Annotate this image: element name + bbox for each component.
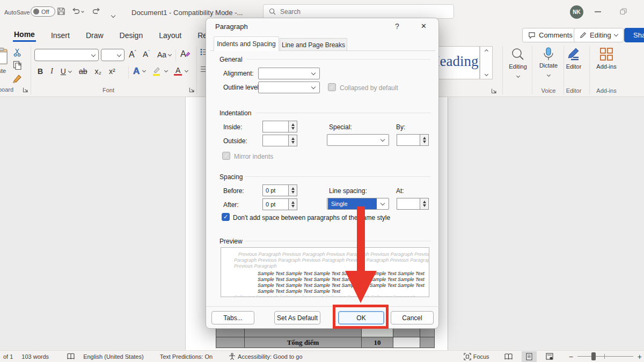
read-mode-button[interactable] bbox=[501, 351, 516, 362]
spin-down-icon bbox=[291, 205, 295, 208]
font-dialog-launcher[interactable] bbox=[189, 87, 195, 93]
outside-spinner[interactable] bbox=[262, 135, 297, 146]
language-status[interactable]: English (United States) bbox=[79, 351, 148, 362]
dont-add-space-checkbox[interactable]: ✓ bbox=[222, 213, 230, 221]
caret-down-icon: ˇ bbox=[148, 49, 150, 55]
zoom-slider[interactable] bbox=[577, 356, 633, 357]
comments-button[interactable]: Comments bbox=[522, 28, 579, 42]
redo-button[interactable] bbox=[92, 7, 101, 16]
tab-insert[interactable]: Insert bbox=[50, 29, 71, 42]
tab-draw[interactable]: Draw bbox=[85, 29, 105, 42]
accessibility-status[interactable]: Accessibility: Good to go bbox=[224, 351, 306, 362]
save-button[interactable] bbox=[57, 7, 65, 16]
group-separator bbox=[532, 46, 532, 94]
dictate-button-label: Dictate bbox=[536, 62, 561, 69]
proofing-status[interactable] bbox=[63, 351, 79, 362]
table-cell[interactable] bbox=[420, 328, 435, 337]
web-layout-button[interactable] bbox=[542, 351, 557, 362]
table-cell[interactable] bbox=[361, 328, 393, 337]
clear-formatting-button[interactable]: A bbox=[180, 49, 191, 59]
zoom-in-button[interactable]: + bbox=[633, 351, 644, 362]
read-mode-icon bbox=[504, 353, 513, 360]
text-predictions-status[interactable]: Text Predictions: On bbox=[156, 351, 217, 362]
tab-design[interactable]: Design bbox=[119, 29, 144, 42]
editor-button[interactable]: Editor bbox=[561, 47, 586, 70]
italic-button[interactable]: I bbox=[50, 67, 53, 76]
editing-mode-button[interactable]: Editing bbox=[574, 28, 624, 42]
table-cell-total-value[interactable]: 10 bbox=[361, 337, 393, 348]
collapsed-by-default-checkbox[interactable]: ✓ bbox=[328, 83, 336, 91]
spin-up-icon bbox=[291, 187, 295, 190]
at-spinner[interactable] bbox=[397, 198, 429, 210]
cut-button[interactable] bbox=[13, 48, 21, 57]
table-cell[interactable] bbox=[216, 337, 245, 348]
subscript-button[interactable]: x₂ bbox=[95, 67, 101, 76]
style-gallery-scrollbar[interactable] bbox=[480, 46, 493, 79]
grow-font-button[interactable]: Aˆ bbox=[129, 49, 136, 60]
chevron-down-icon bbox=[484, 72, 488, 76]
page-indicator[interactable]: of 1 bbox=[0, 351, 17, 362]
change-case-button[interactable]: Aa bbox=[157, 50, 171, 59]
print-layout-button[interactable] bbox=[522, 351, 537, 362]
minimize-button[interactable] bbox=[595, 11, 601, 12]
tab-home[interactable]: Home bbox=[13, 28, 36, 42]
font-color-button[interactable]: A bbox=[174, 67, 182, 76]
before-spinner[interactable]: 0 pt bbox=[262, 184, 297, 196]
dialog-launcher-icon bbox=[23, 87, 28, 93]
styles-dialog-launcher[interactable] bbox=[491, 88, 497, 94]
mirror-indents-checkbox[interactable]: ✓ bbox=[222, 152, 230, 160]
special-dropdown[interactable] bbox=[327, 134, 389, 146]
tab-indents-and-spacing[interactable]: Indents and Spacing bbox=[214, 36, 279, 51]
undo-button[interactable] bbox=[71, 7, 84, 16]
addins-button[interactable]: Add-ins bbox=[592, 47, 620, 70]
dialog-close-button[interactable]: ✕ bbox=[421, 22, 427, 30]
tabs-button[interactable]: Tabs... bbox=[211, 311, 254, 324]
spacing-section-label: Spacing bbox=[219, 173, 243, 181]
table-cell[interactable] bbox=[244, 328, 362, 337]
set-as-default-button[interactable]: Set As Default bbox=[274, 311, 320, 324]
table-cell[interactable] bbox=[393, 328, 420, 337]
shrink-font-button[interactable]: Aˇ bbox=[143, 49, 150, 58]
paste-label: Paste bbox=[0, 68, 9, 74]
restore-window-button[interactable] bbox=[620, 8, 627, 15]
text-effects-button[interactable]: A bbox=[133, 66, 140, 77]
table-cell[interactable] bbox=[216, 328, 245, 337]
table-cell-total-label[interactable]: Tổng điểm bbox=[244, 337, 362, 348]
avatar[interactable]: NK bbox=[570, 5, 583, 19]
dictate-button[interactable]: Dictate bbox=[536, 47, 561, 78]
zoom-out-button[interactable]: − bbox=[565, 351, 577, 362]
alignment-dropdown[interactable] bbox=[258, 68, 320, 79]
highlight-button[interactable] bbox=[152, 67, 162, 76]
word-count[interactable]: 103 words bbox=[17, 351, 53, 362]
autosave-toggle[interactable]: Off bbox=[31, 6, 55, 17]
share-button[interactable]: Share bbox=[624, 28, 644, 42]
table-cell[interactable] bbox=[393, 337, 420, 348]
inside-spinner[interactable] bbox=[262, 121, 297, 132]
underline-button[interactable]: U bbox=[61, 67, 71, 76]
quick-access-dropdown-button[interactable] bbox=[112, 10, 115, 19]
table-cell[interactable] bbox=[420, 337, 435, 348]
bold-button[interactable]: B bbox=[38, 67, 43, 76]
zoom-slider-thumb[interactable] bbox=[591, 352, 596, 360]
font-size-combobox[interactable] bbox=[101, 49, 125, 61]
paste-button[interactable] bbox=[0, 47, 10, 65]
focus-button[interactable]: Focus bbox=[459, 351, 494, 362]
tab-layout[interactable]: Layout bbox=[158, 29, 182, 42]
font-name-combobox[interactable] bbox=[34, 49, 99, 61]
format-painter-button[interactable] bbox=[12, 73, 23, 84]
clipboard-dialog-launcher[interactable] bbox=[23, 87, 28, 93]
search-input[interactable]: Search bbox=[263, 4, 454, 19]
superscript-button[interactable]: x² bbox=[109, 67, 115, 76]
chevron-down-icon bbox=[117, 52, 121, 56]
cancel-button[interactable]: Cancel bbox=[391, 311, 434, 324]
after-spinner[interactable]: 0 pt bbox=[262, 198, 297, 210]
addins-grid-icon bbox=[599, 47, 613, 61]
editing-group-button[interactable]: Editing bbox=[507, 47, 529, 79]
by-spinner[interactable] bbox=[397, 134, 429, 146]
tab-line-and-page-breaks[interactable]: Line and Page Breaks bbox=[280, 38, 347, 51]
dialog-help-button[interactable]: ? bbox=[395, 22, 399, 31]
copy-button[interactable] bbox=[13, 61, 22, 70]
outline-level-dropdown[interactable] bbox=[258, 82, 320, 93]
dialog-title: Paragraph bbox=[215, 23, 248, 31]
strikethrough-button[interactable]: ab bbox=[79, 67, 87, 76]
